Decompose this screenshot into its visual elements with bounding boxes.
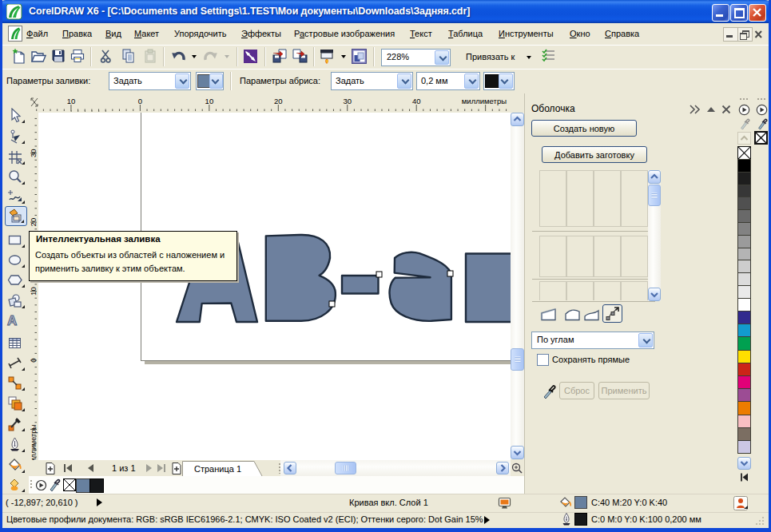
svg-text:30: 30 — [29, 149, 38, 157]
svg-text:10: 10 — [205, 97, 214, 105]
svg-text:миллиметры: миллиметры — [462, 97, 507, 105]
svg-text:30: 30 — [344, 97, 352, 105]
svg-text:40: 40 — [412, 97, 421, 105]
svg-text:10: 10 — [29, 287, 38, 296]
svg-text:миллиметры: миллиметры — [30, 424, 38, 460]
svg-text:20: 20 — [29, 218, 38, 227]
svg-text:10: 10 — [67, 97, 76, 105]
svg-text:0: 0 — [138, 97, 142, 105]
svg-text:0: 0 — [29, 358, 38, 362]
svg-text:20: 20 — [274, 97, 283, 105]
